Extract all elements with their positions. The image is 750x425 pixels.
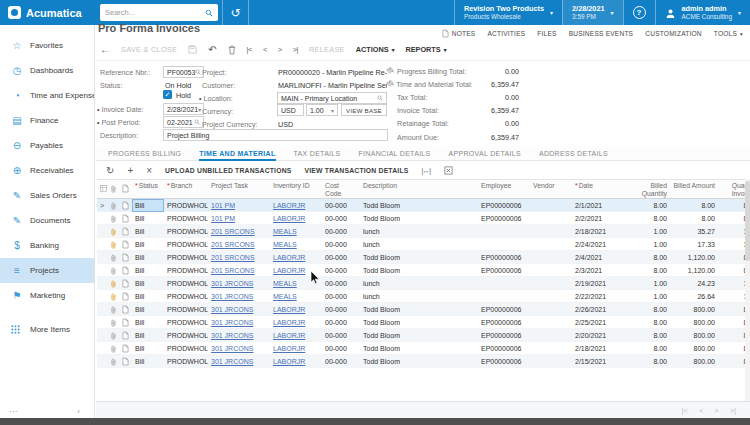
cell-billed_amount[interactable]: 1,120.00 [670,264,718,277]
cell-inventory[interactable]: MEALS [270,277,322,290]
cell-inventory[interactable]: LABORJR [270,199,322,212]
grid-row[interactable]: BillPRODWHOLE201 SRCONSMEALS00-000lunch2… [97,238,750,251]
cell-status[interactable]: Bill [132,290,164,303]
cell-vendor[interactable] [530,225,572,238]
cell-cost_code[interactable]: 00-000 [322,355,360,368]
cell-link[interactable]: 101 PM [211,202,235,209]
tab-progress-billing[interactable]: PROGRESS BILLING [108,146,181,160]
cell-billed_qty[interactable]: 8.00 [624,355,670,368]
scrollbar-thumb[interactable] [745,181,750,261]
cell-vendor[interactable] [530,264,572,277]
cell-note[interactable] [119,303,132,316]
invoice-date-field[interactable]: 2/28/2021 ▾ [163,103,204,115]
cell-description[interactable]: Todd Bloom [360,212,478,225]
grid-row[interactable]: BillPRODWHOLE301 JRCONSLABORJR00-000Todd… [97,342,750,355]
tab-tax-details[interactable]: TAX DETAILS [294,146,341,160]
sidebar-item-documents[interactable]: ✎Documents [0,208,94,233]
company-selector[interactable]: Revision Two Products Products Wholesale… [454,0,562,25]
sidebar-item-projects[interactable]: ≡Projects [0,258,94,283]
cell-status[interactable]: Bill [132,225,164,238]
cell-files[interactable] [107,355,119,368]
col-header-note[interactable] [119,180,132,198]
cell-cost_code[interactable]: 00-000 [322,316,360,329]
link-tools[interactable]: TOOLS▾ [714,30,743,37]
cell-vendor[interactable] [530,303,572,316]
cell-inventory[interactable]: MEALS [270,238,322,251]
cell-link[interactable]: 301 JRCONS [211,306,253,313]
cell-vendor[interactable] [530,238,572,251]
cell-link[interactable]: 201 SRCONS [211,228,255,235]
cell-date[interactable]: 2/22/2021 [572,290,624,303]
cell-date[interactable]: 2/1/2021 [572,199,624,212]
cell-billed_amount[interactable]: 800.00 [670,342,718,355]
cell-link[interactable]: LABORJR [273,332,305,339]
cell-inventory[interactable]: LABORJR [270,212,322,225]
grid-row[interactable]: BillPRODWHOLE301 JRCONSMEALS00-000lunch2… [97,277,750,290]
col-header-branch[interactable]: *Branch [164,180,208,198]
note-icon[interactable] [122,212,129,225]
cell-billed_amount[interactable]: 24.23 [670,277,718,290]
cell-task[interactable]: 301 JRCONS [208,303,270,316]
paperclip-icon[interactable] [110,251,117,264]
note-icon[interactable] [122,303,129,316]
cell-branch[interactable]: PRODWHOLE [164,329,208,342]
cell-branch[interactable]: PRODWHOLE [164,355,208,368]
sidebar-item-favorites[interactable]: ☆Favorites [0,33,94,58]
first-record-button[interactable]: |< [247,45,252,54]
cell-billed_amount[interactable]: 800.00 [670,355,718,368]
cell-billed_qty[interactable]: 8.00 [624,329,670,342]
cell-description[interactable]: Todd Bloom [360,264,478,277]
cell-billed_qty[interactable]: 8.00 [624,303,670,316]
link-customization[interactable]: CUSTOMIZATION [645,30,702,37]
cell-files[interactable] [107,225,119,238]
col-header-billed_amount[interactable]: Billed Amount [670,180,718,198]
cell-billed_qty[interactable]: 1.00 [624,290,670,303]
cell-billed_amount[interactable]: 8.00 [670,199,718,212]
cell-vendor[interactable] [530,342,572,355]
cell-status[interactable]: Bill [132,277,164,290]
cell-link[interactable]: LABORJR [273,345,305,352]
save-icon[interactable] [188,45,197,54]
cell-link[interactable]: LABORJR [273,254,305,261]
cell-cost_code[interactable]: 00-000 [322,238,360,251]
previous-record-button[interactable]: < [263,45,267,54]
release-button[interactable]: RELEASE [309,45,345,54]
sidebar-item-payables[interactable]: ⊖Payables [0,133,94,158]
cell-description[interactable]: Todd Bloom [360,355,478,368]
col-header-status[interactable]: *Status [132,180,164,198]
cell-billed_qty[interactable]: 1.00 [624,238,670,251]
tab-financial-details[interactable]: FINANCIAL DETAILS [359,146,431,160]
cell-inventory[interactable]: LABORJR [270,342,322,355]
cell-description[interactable]: Todd Bloom [360,342,478,355]
cell-files[interactable] [107,329,119,342]
grid-row[interactable]: BillPRODWHOLE201 SRCONSLABORJR00-000Todd… [97,264,750,277]
cell-vendor[interactable] [530,290,572,303]
cell-task[interactable]: 201 SRCONS [208,264,270,277]
add-row-icon[interactable]: + [127,165,133,176]
cell-branch[interactable]: PRODWHOLE [164,251,208,264]
cell-note[interactable] [119,316,132,329]
cell-inventory[interactable]: LABORJR [270,303,322,316]
cell-status[interactable]: Bill [132,199,164,212]
note-icon[interactable] [122,199,129,212]
cell-cost_code[interactable]: 00-000 [322,251,360,264]
cell-sel[interactable] [97,264,107,277]
cell-employee[interactable] [478,290,530,303]
paperclip-icon[interactable] [110,329,117,342]
cell-link[interactable]: LABORJR [273,358,305,365]
note-icon[interactable] [122,225,129,238]
cell-cost_code[interactable]: 00-000 [322,277,360,290]
cell-employee[interactable]: EP00000006 [478,342,530,355]
cell-employee[interactable] [478,225,530,238]
tab-approval-details[interactable]: APPROVAL DETAILS [449,146,521,160]
fit-width-icon[interactable]: |↔| [422,167,431,174]
sidebar-collapse-icon[interactable]: ‹ [77,407,80,416]
cell-billed_qty[interactable]: 1.00 [624,277,670,290]
cell-note[interactable] [119,290,132,303]
cell-date[interactable]: 2/15/2021 [572,355,624,368]
cell-sel[interactable] [97,251,107,264]
cell-sel[interactable] [97,212,107,225]
paperclip-icon[interactable] [110,199,117,212]
cell-inventory[interactable]: MEALS [270,290,322,303]
sidebar-item-dashboards[interactable]: ◷Dashboards [0,58,94,83]
